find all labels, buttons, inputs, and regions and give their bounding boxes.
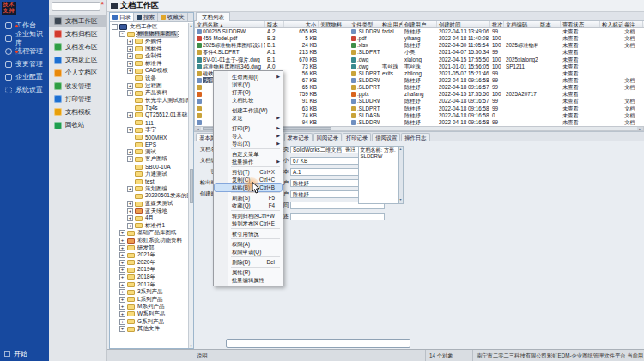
expand-toggle-icon[interactable]: + [127, 83, 133, 89]
tree-node[interactable]: +标准件1 [111, 222, 188, 230]
tree-node[interactable]: +企制件 [111, 52, 188, 60]
tree-node[interactable]: +CAD模板 [111, 68, 188, 75]
tree-node[interactable]: -文档工作区 [111, 23, 188, 31]
scroll-up-icon[interactable]: ▲ [190, 23, 193, 27]
column-header-版本[interactable]: 版本 [538, 21, 561, 27]
table-row[interactable]: 零件4.SLDPRTA.1213 KB.SLDPRT小奥2021-04-07 1… [195, 49, 644, 56]
tree-node[interactable]: +3系列产品 [111, 288, 188, 296]
nav-item-系统设置[interactable]: 系统设置 [0, 83, 49, 96]
tree-node[interactable]: +2021年 [111, 251, 188, 259]
menu-item-导出(X)[interactable]: 导出(X)▶ [215, 140, 282, 147]
expand-toggle-icon[interactable]: + [127, 149, 133, 155]
tree-node[interactable]: +2019年 [111, 267, 188, 274]
expand-toggle-icon[interactable]: + [127, 156, 133, 162]
tree-node[interactable]: +蓝天绿地 [111, 208, 188, 215]
expand-toggle-icon[interactable]: + [119, 245, 125, 251]
note-textarea[interactable]: 文档名称: 方形.SLDDRW ▲▼ [358, 146, 404, 204]
expand-toggle-icon[interactable]: + [119, 282, 125, 288]
column-header-文件类型[interactable]: 文件类型 [349, 21, 380, 27]
expand-toggle-icon[interactable]: + [127, 215, 133, 221]
tree-node[interactable]: +标准件 [111, 60, 188, 68]
scroll-right-icon[interactable]: ► [637, 127, 643, 130]
tree-node[interactable]: +客户图纸 [111, 156, 188, 164]
expand-toggle-icon[interactable]: + [119, 260, 125, 266]
start-button[interactable]: 开始 [4, 349, 27, 358]
expand-toggle-icon[interactable]: + [127, 223, 133, 229]
nav-item-变更管理[interactable]: 变更管理 [0, 57, 49, 70]
table-row[interactable]: 标准物料库图纸346.dwgA.073 KB.dwg韦丝珠韦丝珠2021-01-… [195, 63, 644, 70]
menu-item-删除(D)[interactable]: 删除(D)Del [215, 258, 282, 266]
tree-node[interactable]: +QT25512.01基础 [111, 111, 188, 119]
tree-node[interactable]: +测试 [111, 148, 188, 156]
nav-item-企业知识库[interactable]: 企业知识库 [0, 32, 49, 45]
sidebar-item-文档废止区[interactable]: 文档废止区 [49, 54, 106, 67]
sidebar-item-打印管理[interactable]: 打印管理 [49, 93, 106, 105]
tree-node[interactable]: Tq4s [111, 105, 188, 112]
expand-toggle-icon[interactable]: + [119, 230, 125, 236]
expand-toggle-icon[interactable]: + [119, 274, 125, 280]
tree-tab-目录[interactable]: 目录 [110, 13, 134, 21]
menu-item-浏览(V)[interactable]: 浏览(V) [215, 81, 282, 88]
expand-toggle-icon[interactable]: + [127, 90, 133, 96]
tree-node[interactable]: 20220501发来的图纸 [111, 193, 188, 201]
column-header-检入标记[interactable]: 检入标记 [600, 21, 623, 27]
tab-doc-list[interactable]: 文档列表 [196, 12, 230, 21]
tree-node[interactable]: +2020年 [111, 259, 188, 267]
tree-node[interactable]: EPS [111, 141, 188, 149]
tree-node[interactable]: 长光华大测试图纸 [111, 97, 188, 105]
table-row[interactable]: 2025标准物料库图纸设计开...B.124 KB.xlsx陈桂妤2022-04… [195, 42, 644, 49]
detail-tab-操作日志[interactable]: 操作日志 [401, 133, 429, 141]
menu-item-创建工作流(W)[interactable]: 创建工作流(W) [215, 106, 282, 114]
tree-node[interactable]: 500MHX [111, 134, 188, 141]
tree-node[interactable]: SB00-10A [111, 163, 188, 171]
tree-node[interactable]: +2017年 [111, 281, 188, 289]
sidebar-item-文档归档区[interactable]: 文档归档区 [49, 27, 106, 40]
nav-item-企业配置[interactable]: 企业配置 [0, 70, 49, 83]
detail-tab-发布记录[interactable]: 发布记录 [284, 133, 313, 141]
tree-node[interactable]: +2018年 [111, 274, 188, 281]
tree-node[interactable]: +外购件 [111, 38, 188, 45]
column-header-关联物料[interactable]: 关联物料 [319, 21, 349, 27]
column-header-版本[interactable]: 版本 [265, 21, 284, 27]
column-header-备注[interactable]: 备注 [623, 21, 643, 27]
menu-item-属性(R)[interactable]: 属性(R) [215, 268, 282, 276]
expand-toggle-icon[interactable]: + [119, 304, 125, 310]
menu-item-收藏(Q)[interactable]: 收藏(Q)F4 [215, 202, 282, 209]
tree-tab-收藏夹[interactable]: 收藏夹 [158, 13, 188, 21]
tree-node[interactable]: 111 [111, 119, 188, 127]
nav-item-流程管理[interactable]: 流程管理 [0, 45, 49, 57]
expand-toggle-icon[interactable]: + [127, 208, 133, 214]
expand-toggle-icon[interactable]: + [127, 68, 133, 74]
sidebar-item-文档模板[interactable]: 文档模板 [49, 105, 106, 118]
tree-node[interactable]: +蓝媒天测试 [111, 200, 188, 208]
tree-node[interactable]: +G系列产品 [111, 318, 188, 326]
tree-node[interactable]: +M系列产品 [111, 304, 188, 311]
sidebar-item-文档发布区[interactable]: 文档发布区 [49, 40, 106, 53]
column-header-创建用户[interactable]: 创建用户 [403, 21, 437, 27]
expand-toggle-icon[interactable]: + [127, 53, 133, 59]
tree-tab-搜索[interactable]: 搜索 [134, 13, 158, 21]
expand-toggle-icon[interactable]: + [127, 201, 133, 207]
scroll-down-icon[interactable]: ▼ [190, 344, 193, 348]
tree-node[interactable]: +4月 [111, 214, 188, 222]
menu-item-转到发布区[interactable]: 转到发布区Ctrl+E [215, 220, 282, 227]
detail-tab-打印记录[interactable]: 打印记录 [343, 133, 371, 141]
tree-node[interactable]: test [111, 177, 188, 185]
menu-item-被引用情况[interactable]: 被引用情况 [215, 230, 282, 238]
table-row[interactable]: 455-Model.pdfB.35 KB.pdfyihang2022-04-18… [195, 35, 644, 42]
note-scrollbar[interactable]: ▲▼ [398, 147, 403, 203]
menu-item-剪切(T)[interactable]: 剪切(T)Ctrl+X [215, 168, 282, 176]
tree-node[interactable]: +彩虹系统功能资料 [111, 237, 188, 244]
expand-toggle-icon[interactable]: + [127, 112, 133, 118]
expand-toggle-icon[interactable]: + [127, 46, 133, 52]
field-描述[interactable] [290, 213, 385, 220]
tree-node[interactable]: -标准物料库图纸 [111, 31, 188, 39]
expand-toggle-icon[interactable]: + [119, 319, 125, 325]
tree-node[interactable]: +其他文件 [111, 325, 188, 333]
menu-item-批量编辑属性[interactable]: 批量编辑属性 [215, 276, 282, 284]
tree-scroll-thumb[interactable] [190, 169, 193, 203]
expand-toggle-icon[interactable]: + [127, 127, 133, 133]
expand-toggle-icon[interactable]: - [112, 24, 118, 30]
expand-toggle-icon[interactable]: + [119, 267, 125, 273]
sidebar-search-input[interactable] [52, 2, 100, 11]
